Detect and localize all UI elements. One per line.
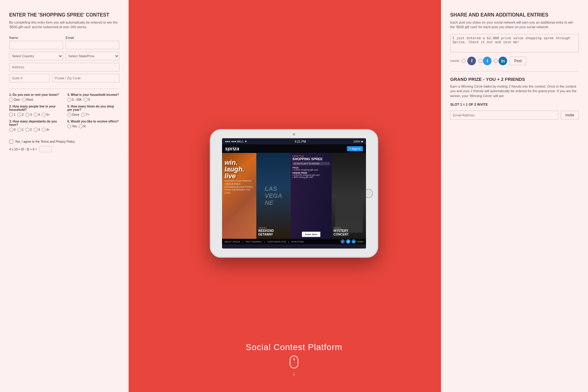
invite-row: Invite <box>450 111 579 120</box>
q5-7[interactable] <box>81 113 85 117</box>
panel-win-laugh-live[interactable]: win. laugh. live WIN WITH YOUR FRIENDS U… <box>222 153 256 239</box>
days-left: 18 DAYS LEFT TO ENTER <box>292 162 330 165</box>
radio-linkedin[interactable] <box>494 59 498 63</box>
panel-music-overlay: music MYSTERY CONCERT <box>332 224 366 239</box>
footer-about[interactable]: ABOUT SPRIZA <box>224 240 240 243</box>
spriza-logo: spriza <box>225 146 239 152</box>
left-panel: ENTER THE 'SHOPPING SPREE' CONTEST By co… <box>0 0 129 392</box>
panel-shopping-spree[interactable]: lifestyle SHOPPING SPREE 18 DAYS LEFT TO… <box>291 153 332 239</box>
q2-2[interactable] <box>17 113 21 117</box>
ipad-screen: ●●● ●●● BELL ▼ 4:21 PM 100% ■ spriza + S… <box>222 138 366 249</box>
q1-own[interactable] <box>9 98 13 102</box>
footer-past-winners[interactable]: PAST WINNERS <box>246 240 262 243</box>
terms-checkbox[interactable] <box>9 140 13 144</box>
grand-prize-label-ipad: GRAND PRIZE <box>292 172 330 174</box>
invite-email-input[interactable] <box>450 111 558 120</box>
q2-3[interactable] <box>25 113 29 117</box>
ipad-device: ●●● ●●● BELL ▼ 4:21 PM 100% ■ spriza + S… <box>210 129 378 258</box>
travel-tag: travel <box>258 227 289 229</box>
q2-4[interactable] <box>34 113 38 117</box>
footer-links: ABOUT SPRIZA | PAST WINNERS | CORPORATE … <box>224 240 304 243</box>
q6-yes[interactable] <box>67 124 71 128</box>
q2-1[interactable] <box>9 113 13 117</box>
country-select[interactable]: Select Country <box>9 52 63 60</box>
status-right: 100% ■ <box>353 140 363 143</box>
counts-label: counts <box>450 59 459 62</box>
q5-title: 5. How many times do you shop per year? <box>67 105 119 111</box>
q3-0[interactable] <box>9 128 13 132</box>
twitter-icon[interactable]: t <box>483 57 492 65</box>
contest-panels: win. laugh. live WIN WITH YOUR FRIENDS U… <box>222 153 366 239</box>
signal-indicator: ●●● <box>225 140 230 143</box>
linkedin-icon[interactable]: in <box>499 57 507 65</box>
q5-once[interactable] <box>67 113 71 117</box>
panel-music[interactable]: music MYSTERY CONCERT <box>332 153 366 239</box>
grand-prize-item-2: • $500 dining gift card <box>292 176 330 178</box>
sprz-brand: SPRZ <box>357 240 364 243</box>
ipad-camera <box>293 133 295 136</box>
q3-3[interactable] <box>34 128 38 132</box>
footer-social: f t in SPRZ <box>341 239 364 244</box>
address-input[interactable] <box>9 63 119 71</box>
q3-1[interactable] <box>17 128 21 132</box>
footer-corporate[interactable]: CORPORATE SITE <box>267 240 286 243</box>
q4-title: 4. What is your household income? <box>67 93 119 96</box>
footer-twitter-icon[interactable]: t <box>346 239 350 244</box>
post-button[interactable]: Post <box>510 57 526 65</box>
right-panel: SHARE AND EARN ADDITIONAL ENTRIES Each p… <box>441 0 588 392</box>
mouse-wheel <box>294 358 295 360</box>
share-title: SHARE AND EARN ADDITIONAL ENTRIES <box>450 12 579 18</box>
slot-label: SLOT 1 = 1 OF 2 INVITE <box>450 103 579 106</box>
suite-input[interactable] <box>9 74 50 82</box>
contest-title: ENTER THE 'SHOPPING SPREE' CONTEST <box>9 12 119 18</box>
footer-separator-1: | <box>243 240 243 243</box>
q6-no[interactable] <box>79 124 83 128</box>
facebook-icon[interactable]: f <box>467 57 476 65</box>
prize-item: • A $500 shopping gift card <box>292 169 330 171</box>
travel-title: WEEKEND GETAWAY <box>258 229 289 236</box>
radio-facebook[interactable] <box>462 59 466 63</box>
math-equation: 4 x 10 + (8 - 3) + 6 = <box>9 147 37 151</box>
prize-label: PRIZE <box>292 167 330 169</box>
app-header: spriza + Sign In <box>222 145 366 153</box>
enter-now-button[interactable]: Enter Now <box>302 232 320 237</box>
q3-title: 3. How many dependants do you have? <box>9 120 61 126</box>
name-input[interactable] <box>9 41 63 49</box>
q1-rent[interactable] <box>22 98 26 102</box>
q4-high[interactable] <box>84 98 88 102</box>
footer-separator-3: | <box>288 240 289 243</box>
footer-linkedin-icon[interactable]: in <box>352 239 356 244</box>
grand-prize-section: GRAND PRIZE - YOU + 2 FRIENDS Earn a Win… <box>450 77 579 120</box>
q3-2[interactable] <box>25 128 29 132</box>
email-label: Email <box>66 36 119 40</box>
footer-facebook-icon[interactable]: f <box>341 239 345 244</box>
sign-in-button[interactable]: + Sign In <box>347 146 363 151</box>
q3-4[interactable] <box>42 128 46 132</box>
survey-section: 1. Do you own or rent your home? Own Ren… <box>9 89 119 152</box>
social-row: counts f t in Post <box>450 57 579 65</box>
status-time: 4:21 PM <box>295 140 306 143</box>
q4-low[interactable] <box>67 98 71 102</box>
grand-prize-description: Earn a Winning Circle ballot by inviting… <box>450 84 579 98</box>
footer-separator-2: | <box>264 240 265 243</box>
email-input[interactable] <box>66 41 119 49</box>
math-answer[interactable] <box>39 146 51 152</box>
share-textarea[interactable]: I just entered a $2,000 prize value shop… <box>450 34 579 52</box>
name-label: Name <box>9 36 63 40</box>
app-footer: ABOUT SPRIZA | PAST WINNERS | CORPORATE … <box>222 239 366 244</box>
panel-travel[interactable]: LASVEGANE travel WEEKEND GETAWAY <box>256 153 291 239</box>
postal-input[interactable] <box>52 74 119 82</box>
state-select[interactable]: Select State/Prov. <box>66 52 119 60</box>
ipad-wrapper: ●●● ●●● BELL ▼ 4:21 PM 100% ■ spriza + S… <box>210 129 378 258</box>
scroll-indicator: ↓ <box>290 356 298 377</box>
invite-button[interactable]: Invite <box>561 111 579 119</box>
footer-investors[interactable]: INVESTORS <box>292 240 304 243</box>
carrier-name: ●●● BELL ▼ <box>231 140 247 143</box>
q1-title: 1. Do you own or rent your home? <box>9 93 61 96</box>
q2-5[interactable] <box>42 113 46 117</box>
bottom-tagline: Social Contest Platform <box>246 342 342 352</box>
status-left: ●●● ●●● BELL ▼ <box>225 140 247 143</box>
panel-travel-overlay: travel WEEKEND GETAWAY <box>256 224 291 239</box>
win-subtext: WIN WITH YOUR FRIENDS UNBELIEVABLE EXPER… <box>224 179 255 194</box>
radio-twitter[interactable] <box>478 59 482 63</box>
